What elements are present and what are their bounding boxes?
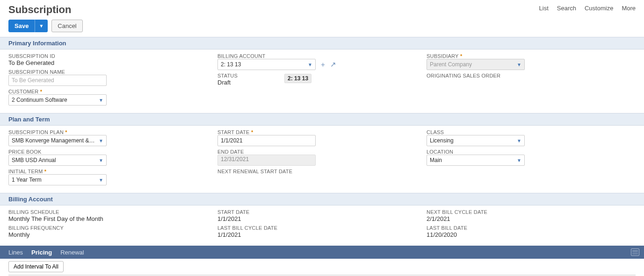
chevron-down-icon: ▼ xyxy=(99,158,103,163)
billing-start-value: 1/1/2021 xyxy=(217,215,427,222)
plan-select[interactable]: SMB Konverge Management & Storage ▼ xyxy=(8,135,107,146)
last-bill-date-label: LAST BILL DATE xyxy=(427,225,636,231)
status-value: Draft xyxy=(217,78,238,86)
subscription-name-label: SUBSCRIPTION NAME xyxy=(8,69,217,75)
class-select-value: Licensing xyxy=(430,137,454,144)
status-label: STATUS xyxy=(217,73,238,78)
customer-select[interactable]: 2 Continuum Software ▼ xyxy=(8,94,107,106)
action-list[interactable]: List xyxy=(539,5,549,12)
end-date-label: END DATE xyxy=(217,149,427,155)
tab-lines[interactable]: Lines xyxy=(8,247,23,258)
subscription-id-label: SUBSCRIPTION ID xyxy=(8,53,217,59)
subscription-name-input[interactable] xyxy=(8,75,107,86)
location-select[interactable]: Main ▼ xyxy=(427,155,525,166)
tab-pricing[interactable]: Pricing xyxy=(31,247,52,258)
billing-schedule-value: Monthly The First Day of the Month xyxy=(8,215,217,222)
open-external-icon[interactable]: ↗ xyxy=(330,60,336,69)
action-customize[interactable]: Customize xyxy=(585,5,613,12)
section-billing-header: Billing Account xyxy=(0,193,644,205)
chevron-down-icon: ▼ xyxy=(308,62,312,67)
billing-frequency-label: BILLING FREQUENCY xyxy=(8,225,217,231)
initial-term-label: INITIAL TERM xyxy=(8,169,217,174)
header-actions: List Search Customize More xyxy=(539,4,636,12)
class-label: CLASS xyxy=(427,129,636,135)
add-interval-button[interactable]: Add Interval To All xyxy=(8,261,64,272)
action-search[interactable]: Search xyxy=(557,5,576,12)
list-view-icon[interactable] xyxy=(631,248,639,256)
initial-term-select[interactable]: 1 Year Term ▼ xyxy=(8,174,107,185)
tab-renewal[interactable]: Renewal xyxy=(60,247,84,258)
add-icon[interactable]: ＋ xyxy=(319,60,326,69)
originating-order-label: ORIGINATING SALES ORDER xyxy=(427,73,636,78)
subsidiary-select-value: Parent Company xyxy=(430,61,472,68)
last-bill-cycle-value: 1/1/2021 xyxy=(217,231,427,238)
pricebook-select[interactable]: SMB USD Annual ▼ xyxy=(8,155,107,166)
customer-select-value: 2 Continuum Software xyxy=(12,97,67,103)
customer-label: CUSTOMER xyxy=(8,89,217,94)
billing-frequency-value: Monthly xyxy=(8,231,217,238)
section-plan-header: Plan and Term xyxy=(0,113,644,126)
pricebook-select-value: SMB USD Annual xyxy=(12,157,56,163)
start-date-label: START DATE xyxy=(217,129,427,135)
cancel-button[interactable]: Cancel xyxy=(51,20,82,32)
initial-term-select-value: 1 Year Term xyxy=(12,177,42,183)
subsidiary-select: Parent Company ▼ xyxy=(427,59,525,70)
last-bill-cycle-label: LAST BILL CYCLE DATE xyxy=(217,225,427,231)
save-dropdown-button[interactable]: ▼ xyxy=(35,20,48,32)
next-bill-cycle-value: 2/1/2021 xyxy=(427,215,636,222)
chevron-down-icon: ▼ xyxy=(99,138,103,143)
action-more[interactable]: More xyxy=(622,5,636,12)
chevron-down-icon: ▼ xyxy=(517,138,521,143)
billing-schedule-label: BILLING SCHEDULE xyxy=(8,209,217,215)
next-renewal-label: NEXT RENEWAL START DATE xyxy=(217,169,427,174)
start-date-input[interactable] xyxy=(217,135,316,146)
chevron-down-icon: ▼ xyxy=(517,62,521,67)
billing-account-select[interactable]: 2: 13 13 ▼ xyxy=(217,59,316,70)
location-select-value: Main xyxy=(430,157,442,163)
next-bill-cycle-label: NEXT BILL CYCLE DATE xyxy=(427,209,636,215)
pricebook-label: PRICE BOOK xyxy=(8,149,217,155)
plan-label: SUBSCRIPTION PLAN xyxy=(8,129,217,135)
subsidiary-label: SUBSIDIARY xyxy=(427,53,636,59)
chevron-down-icon: ▼ xyxy=(99,177,103,183)
class-select[interactable]: Licensing ▼ xyxy=(427,135,525,146)
plan-select-value: SMB Konverge Management & Storage xyxy=(12,137,96,144)
page-title: Subscription xyxy=(8,4,71,16)
location-label: LOCATION xyxy=(427,149,636,155)
billing-account-label: BILLING ACCOUNT xyxy=(217,53,427,59)
save-button[interactable]: Save xyxy=(8,20,35,32)
last-bill-date-value: 11/20/2020 xyxy=(427,231,636,238)
billing-account-tooltip: 2: 13 13 xyxy=(284,74,311,83)
chevron-down-icon: ▼ xyxy=(99,98,103,103)
chevron-down-icon: ▼ xyxy=(517,158,521,163)
billing-account-select-value: 2: 13 13 xyxy=(221,61,241,68)
subscription-id-value: To Be Generated xyxy=(8,59,217,66)
end-date-input: 12/31/2021 xyxy=(217,155,316,166)
billing-start-label: START DATE xyxy=(217,209,427,215)
section-primary-header: Primary Information xyxy=(0,37,644,50)
